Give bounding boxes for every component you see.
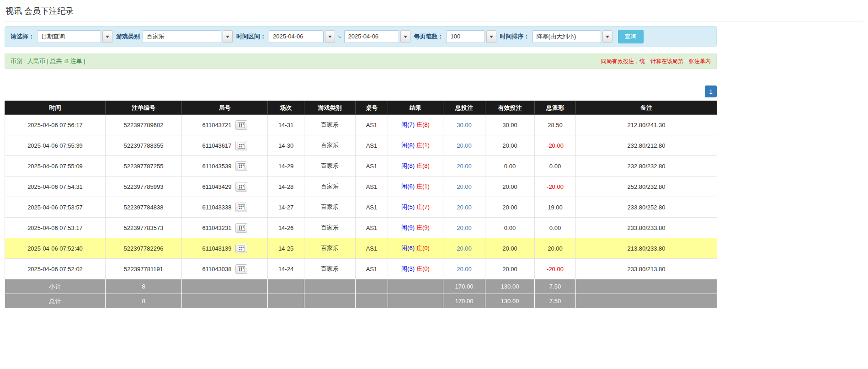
pagination-page-1[interactable]: 1 bbox=[705, 86, 717, 97]
page-size-value[interactable]: 100 bbox=[447, 30, 485, 43]
round-detail-button[interactable] bbox=[235, 161, 247, 171]
total-bet-link[interactable]: 20.00 bbox=[457, 163, 472, 170]
filter-bar: 请选择： 日期查询 游戏类别 百家乐 时间区间： 2025-04-06 bbox=[5, 26, 717, 47]
cell-table-no: AS1 bbox=[356, 115, 388, 135]
cell-session: 14-24 bbox=[268, 259, 304, 279]
date-from-value[interactable]: 2025-04-06 bbox=[269, 30, 324, 43]
round-number: 611043617 bbox=[202, 142, 231, 149]
total-bet-link[interactable]: 20.00 bbox=[457, 183, 472, 190]
round-detail-button[interactable] bbox=[235, 182, 247, 192]
column-header-total-bet: 总投注 bbox=[443, 101, 485, 115]
cell-valid-bet: 20.00 bbox=[485, 176, 535, 197]
cell-game-type: 百家乐 bbox=[304, 197, 356, 218]
cell-round: 611043617 bbox=[182, 135, 268, 156]
cell-total-bet: 20.00 bbox=[443, 197, 485, 218]
cell-remark: 213.80/233.80 bbox=[576, 238, 717, 259]
cell-game-type: 百家乐 bbox=[304, 135, 356, 156]
footer-payout: 7.50 bbox=[535, 294, 576, 309]
table-row[interactable]: 2025-04-06 07:56:17 522397789602 6110437… bbox=[5, 115, 717, 135]
table-row[interactable]: 2025-04-06 07:53:57 522397784838 6110433… bbox=[5, 197, 717, 218]
date-from-combo[interactable]: 2025-04-06 bbox=[269, 30, 335, 43]
total-bet-link[interactable]: 20.00 bbox=[457, 266, 472, 273]
cell-game-type: 百家乐 bbox=[304, 115, 356, 135]
cell-total-bet: 20.00 bbox=[443, 176, 485, 197]
footer-empty-session bbox=[268, 294, 304, 309]
round-detail-button[interactable] bbox=[235, 120, 247, 130]
cell-game-type: 百家乐 bbox=[304, 156, 356, 176]
game-type-value[interactable]: 百家乐 bbox=[143, 30, 221, 43]
round-number: 611043231 bbox=[202, 225, 231, 231]
table-row[interactable]: 2025-04-06 07:52:02 522397781191 6110430… bbox=[5, 259, 717, 279]
table-row[interactable]: 2025-04-06 07:54:31 522397785993 6110434… bbox=[5, 176, 717, 197]
cell-payout: 20.00 bbox=[535, 238, 576, 259]
total-bet-link[interactable]: 20.00 bbox=[457, 245, 472, 252]
cell-game-type: 百家乐 bbox=[304, 259, 356, 279]
cell-round: 611043338 bbox=[182, 197, 268, 218]
total-bet-link[interactable]: 20.00 bbox=[457, 204, 472, 211]
sort-combo[interactable]: 降幂(由大到小) bbox=[533, 30, 612, 43]
table-body: 2025-04-06 07:56:17 522397789602 6110437… bbox=[5, 115, 717, 279]
date-to-combo[interactable]: 2025-04-06 bbox=[344, 30, 410, 43]
total-bet-link[interactable]: 20.00 bbox=[457, 142, 472, 149]
cell-remark: 252.80/232.80 bbox=[576, 176, 717, 197]
date-to-value[interactable]: 2025-04-06 bbox=[344, 30, 399, 43]
column-header-payout: 总派彩 bbox=[535, 101, 576, 115]
content: 请选择： 日期查询 游戏类别 百家乐 时间区间： 2025-04-06 bbox=[5, 26, 717, 309]
cell-round: 611043429 bbox=[182, 176, 268, 197]
cell-payout: -20.00 bbox=[535, 259, 576, 279]
chevron-down-icon[interactable] bbox=[223, 30, 233, 43]
result-player: 闲(8) bbox=[401, 142, 415, 149]
round-detail-button[interactable] bbox=[235, 264, 247, 274]
cell-valid-bet: 20.00 bbox=[485, 238, 535, 259]
cell-valid-bet: 20.00 bbox=[485, 135, 535, 156]
cell-session: 14-28 bbox=[268, 176, 304, 197]
filter-group-select: 请选择： 日期查询 bbox=[11, 30, 112, 43]
result-player: 闲(6) bbox=[401, 245, 415, 251]
cell-payout: 0.00 bbox=[535, 218, 576, 238]
sort-value[interactable]: 降幂(由大到小) bbox=[533, 30, 601, 43]
cell-payout: 19.00 bbox=[535, 197, 576, 218]
result-player: 闲(5) bbox=[401, 203, 415, 210]
date-range-label: 时间区间： bbox=[236, 32, 266, 41]
result-banker: 庄(7) bbox=[416, 203, 430, 210]
round-detail-button[interactable] bbox=[235, 141, 247, 150]
cell-time: 2025-04-06 07:53:57 bbox=[5, 197, 106, 218]
chevron-down-icon[interactable] bbox=[102, 30, 112, 43]
round-detail-button[interactable] bbox=[235, 223, 247, 233]
page-size-combo[interactable]: 100 bbox=[447, 30, 496, 43]
cell-payout: -20.00 bbox=[535, 176, 576, 197]
chevron-down-icon[interactable] bbox=[325, 30, 335, 43]
cell-result: 闲(7)庄(8) bbox=[388, 115, 443, 135]
footer-count: 8 bbox=[106, 279, 182, 294]
cell-total-bet: 30.00 bbox=[443, 115, 485, 135]
date-type-value[interactable]: 日期查询 bbox=[37, 30, 101, 43]
cell-time: 2025-04-06 07:54:31 bbox=[5, 176, 106, 197]
table-row[interactable]: 2025-04-06 07:52:40 522397782296 6110431… bbox=[5, 238, 717, 259]
total-bet-link[interactable]: 30.00 bbox=[457, 122, 472, 128]
cell-bet-no: 522397788355 bbox=[106, 135, 182, 156]
round-number: 611043539 bbox=[202, 163, 231, 170]
footer-total-bet: 170.00 bbox=[443, 294, 485, 309]
footer-valid-bet: 130.00 bbox=[485, 294, 535, 309]
date-type-combo[interactable]: 日期查询 bbox=[37, 30, 112, 43]
table-row[interactable]: 2025-04-06 07:55:39 522397788355 6110436… bbox=[5, 135, 717, 156]
round-number: 611043721 bbox=[202, 122, 231, 128]
result-banker: 庄(1) bbox=[416, 183, 430, 190]
round-detail-button[interactable] bbox=[235, 203, 247, 212]
cell-result: 闲(3)庄(0) bbox=[388, 259, 443, 279]
total-bet-link[interactable]: 20.00 bbox=[457, 225, 472, 231]
round-detail-button[interactable] bbox=[235, 244, 247, 253]
cell-bet-no: 522397785993 bbox=[106, 176, 182, 197]
search-button[interactable]: 查询 bbox=[618, 30, 644, 43]
game-type-combo[interactable]: 百家乐 bbox=[143, 30, 233, 43]
round-number: 611043139 bbox=[202, 245, 231, 252]
chevron-down-icon[interactable] bbox=[486, 30, 496, 43]
table-foot: 小计 8 170.00 130.00 7.50 总计 8 170.00 130.… bbox=[5, 279, 717, 309]
chevron-down-icon[interactable] bbox=[400, 30, 410, 43]
page-title: 视讯 会员下注纪录 bbox=[5, 5, 863, 16]
cell-bet-no: 522397784838 bbox=[106, 197, 182, 218]
chevron-down-icon[interactable] bbox=[602, 30, 612, 43]
table-row[interactable]: 2025-04-06 07:55:09 522397787255 6110435… bbox=[5, 156, 717, 176]
cell-bet-no: 522397789602 bbox=[106, 115, 182, 135]
table-row[interactable]: 2025-04-06 07:53:17 522397783573 6110432… bbox=[5, 218, 717, 238]
